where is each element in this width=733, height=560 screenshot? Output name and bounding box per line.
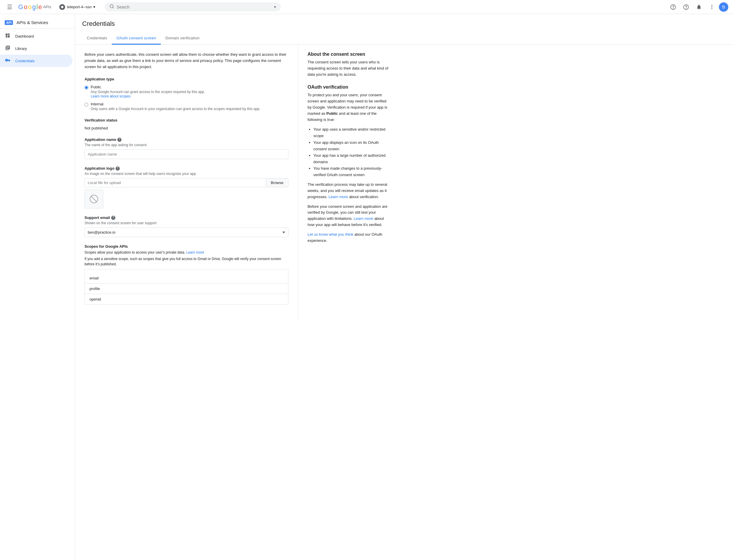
scope-email: email — [85, 273, 288, 284]
list-item: Your app displays an icon on its OAuth c… — [314, 139, 388, 152]
table-row: profile — [85, 284, 288, 294]
radio-internal-input[interactable] — [85, 103, 88, 107]
app-logo-hint: An image on the consent screen that will… — [85, 172, 289, 176]
svg-point-1 — [110, 5, 113, 8]
radio-internal: Internal Only users with a Google Accoun… — [85, 102, 289, 111]
tab-credentials[interactable]: Credentials — [82, 32, 112, 45]
project-selector[interactable]: teleport-4--sso ▾ — [57, 3, 98, 11]
app-name-input[interactable] — [85, 149, 289, 159]
sidebar-divider — [0, 28, 75, 29]
consent-text: The consent screen tells your users who … — [308, 59, 388, 77]
topbar-left: ☰ Google APIs teleport-4--sso ▾ — [5, 1, 98, 13]
main-content: Credentials Credentials OAuth consent sc… — [75, 14, 733, 560]
app-type-label: Application type — [85, 77, 289, 81]
dropdown-icon: ▾ — [93, 5, 95, 9]
tabs: Credentials OAuth consent screen Domain … — [82, 32, 726, 44]
oauth-intro: To protect you and your users, your cons… — [308, 92, 388, 123]
layout: API APIs & Services Dashboard Library Cr… — [0, 14, 733, 560]
scopes-desc1: Scopes allow your application to access … — [85, 250, 289, 255]
logo-file-input[interactable] — [85, 178, 266, 187]
app-logo-help-icon[interactable]: ? — [116, 166, 120, 171]
verification-label: Verification status — [85, 118, 289, 122]
app-name-hint: The name of the app asking for consent — [85, 143, 289, 147]
sidebar: API APIs & Services Dashboard Library Cr… — [0, 14, 75, 560]
radio-public-input[interactable] — [85, 86, 88, 90]
browse-button[interactable]: Browse — [266, 178, 289, 187]
radio-public-desc: Any Google Account can grant access to t… — [91, 90, 205, 94]
search-bar[interactable]: ▾ — [105, 2, 281, 11]
sidebar-item-library[interactable]: Library — [0, 42, 73, 55]
oauth-title: OAuth verification — [308, 85, 388, 90]
list-item: You have made changes to a previously-ve… — [314, 165, 388, 178]
logo-preview — [85, 190, 103, 208]
api-badge: API — [5, 20, 13, 25]
oauth-bullets: Your app uses a sensitive and/or restric… — [308, 126, 388, 178]
help-icon[interactable] — [680, 1, 692, 13]
sidebar-item-credentials[interactable]: Credentials — [0, 55, 73, 67]
feedback-link[interactable]: Let us know what you think — [308, 232, 353, 237]
feedback-para: Let us know what you think about our OAu… — [308, 232, 388, 244]
sidebar-item-label: Credentials — [15, 59, 35, 63]
support-email-hint: Shown on the consent screen for user sup… — [85, 221, 289, 225]
verification-section: Verification status Not published — [85, 118, 289, 130]
table-row: email — [85, 273, 288, 284]
scopes-section: Scopes for Google APIs Scopes allow your… — [85, 244, 289, 305]
menu-icon[interactable]: ☰ — [5, 1, 15, 13]
tab-oauth[interactable]: OAuth consent screen — [112, 32, 161, 45]
intro-text: Before your users authenticate, this con… — [85, 52, 289, 70]
support-email-help-icon[interactable]: ? — [111, 216, 115, 220]
support-email-label: Support email ? — [85, 215, 289, 220]
learn-more-verification-link[interactable]: Learn more — [329, 195, 348, 199]
support-email-select[interactable]: ben@practice.io — [85, 227, 289, 237]
radio-group: Public Any Google Account can grant acce… — [85, 85, 289, 111]
content-body: Before your users authenticate, this con… — [75, 45, 733, 319]
learn-more-scopes-link[interactable]: Learn more about scopes — [91, 94, 131, 98]
library-icon — [5, 45, 11, 52]
list-item: Your app uses a sensitive and/or restric… — [314, 126, 388, 139]
topbar-right: B — [667, 1, 728, 13]
content-header: Credentials Credentials OAuth consent sc… — [75, 14, 733, 45]
radio-internal-desc: Only users with a Google Account in your… — [91, 107, 260, 111]
scopes-desc2: If you add a sensitive scope, such as sc… — [85, 256, 289, 267]
sidebar-item-dashboard[interactable]: Dashboard — [0, 30, 73, 42]
app-type-section: Application type Public Any Google Accou… — [85, 77, 289, 111]
svg-point-6 — [711, 5, 712, 6]
radio-internal-label: Internal — [91, 102, 260, 106]
radio-public-label: Public — [91, 85, 205, 89]
support-email-section: Support email ? Shown on the consent scr… — [85, 215, 289, 237]
search-icon — [110, 4, 114, 10]
scopes-table-container: email profile openid — [85, 269, 289, 305]
learn-more-behavior-link[interactable]: Learn more — [354, 216, 373, 221]
about-consent-section: About the consent screen The consent scr… — [308, 52, 388, 77]
table-row: openid — [85, 294, 288, 305]
page-title: Credentials — [82, 20, 726, 28]
content-right: About the consent screen The consent scr… — [298, 45, 398, 319]
app-name-section: Application name ? The name of the app a… — [85, 137, 289, 159]
avatar[interactable]: B — [719, 2, 728, 12]
scopes-learn-more-link[interactable]: Learn more — [186, 250, 204, 254]
credentials-icon — [5, 58, 11, 64]
dashboard-icon — [5, 33, 11, 39]
support-icon[interactable] — [667, 1, 679, 13]
scope-profile: profile — [85, 284, 288, 294]
search-input[interactable] — [117, 5, 272, 9]
app-logo-label: Application logo ? — [85, 166, 289, 171]
oauth-verification-section: OAuth verification To protect you and yo… — [308, 85, 388, 244]
app-name-label: Application name ? — [85, 137, 289, 142]
project-icon — [59, 4, 65, 10]
google-logo: Google APIs — [18, 3, 51, 11]
scopes-label: Scopes for Google APIs — [85, 244, 289, 249]
topbar: ☰ Google APIs teleport-4--sso ▾ ▾ — [0, 0, 733, 14]
radio-public: Public Any Google Account can grant acce… — [85, 85, 289, 98]
sidebar-item-label: Dashboard — [15, 34, 34, 38]
list-item: Your app has a large number of authorize… — [314, 152, 388, 165]
search-dropdown-icon: ▾ — [274, 5, 276, 9]
scopes-table: email profile openid — [85, 273, 288, 304]
notifications-icon[interactable] — [693, 1, 705, 13]
app-name-help-icon[interactable]: ? — [117, 138, 122, 142]
sidebar-item-label: Library — [15, 46, 27, 51]
consent-title: About the consent screen — [308, 52, 388, 57]
more-icon[interactable] — [706, 1, 718, 13]
tab-domain[interactable]: Domain verification — [161, 32, 204, 45]
svg-point-0 — [61, 6, 63, 8]
